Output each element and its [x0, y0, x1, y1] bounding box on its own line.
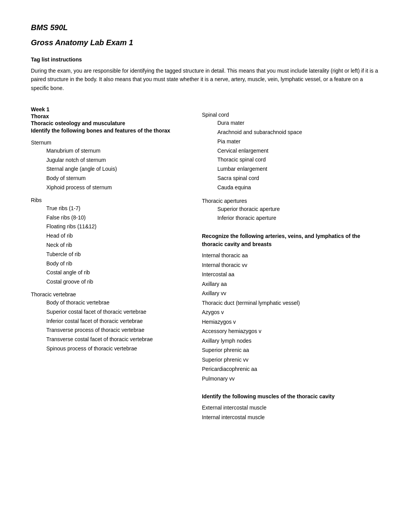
muscles-section: Identify the following muscles of the th…: [202, 393, 379, 422]
ribs-category: Ribs: [31, 197, 190, 203]
list-item: Pulmonary vv: [202, 374, 379, 384]
intro-paragraph: During the exam, you are responsible for…: [31, 66, 379, 92]
list-item: Superior thoracic aperture: [217, 205, 379, 214]
list-item: Xiphoid process of sternum: [46, 183, 190, 192]
list-item: Superior costal facet of thoracic verteb…: [46, 308, 190, 317]
list-item: Axillary aa: [202, 279, 379, 289]
list-item: Transverse costal facet of thoracic vert…: [46, 335, 190, 344]
osteology-label: Thoracic osteology and musculature: [31, 120, 190, 126]
list-item: Arachnoid and subarachnoid space: [217, 128, 379, 137]
list-item: Internal thoracic aa: [202, 251, 379, 260]
list-item: Sternal angle (angle of Louis): [46, 165, 190, 174]
week-label: Week 1: [31, 106, 190, 112]
muscles-header: Identify the following muscles of the th…: [202, 393, 379, 401]
list-item: Thoracic duct (terminal lymphatic vessel…: [202, 298, 379, 308]
list-item: Body of sternum: [46, 174, 190, 183]
list-item: Jugular notch of sternum: [46, 156, 190, 165]
list-item: Azygos v: [202, 308, 379, 317]
list-item: True ribs (1-7): [46, 204, 190, 213]
list-item: Tubercle of rib: [46, 250, 190, 259]
list-item: Body of rib: [46, 259, 190, 269]
arteries-section: Recognize the following arteries, veins,…: [202, 232, 379, 383]
list-item: Internal intercostal muscle: [202, 413, 379, 422]
spinal-cord-list: Dura mater Arachnoid and subarachnoid sp…: [202, 119, 379, 192]
spinal-cord-category: Spinal cord: [202, 112, 379, 118]
list-item: Floating ribs (11&12): [46, 222, 190, 231]
list-item: Pia mater: [217, 137, 379, 146]
course-title: BMS 590L: [31, 23, 379, 32]
arteries-header: Recognize the following arteries, veins,…: [202, 232, 379, 248]
two-column-layout: Week 1 Thorax Thoracic osteology and mus…: [31, 106, 379, 424]
list-item: Superior phrenic aa: [202, 345, 379, 355]
sternum-list: Manubrium of sternum Jugular notch of st…: [31, 146, 190, 192]
list-item: Intercostal aa: [202, 270, 379, 279]
list-item: Axillary lymph nodes: [202, 336, 379, 346]
vertebrae-list: Body of thoracic vertebrae Superior cost…: [31, 298, 190, 354]
tag-instructions-header: Tag list instructions: [31, 56, 379, 63]
list-item: Inferior thoracic aperture: [217, 214, 379, 223]
list-item: Body of thoracic vertebrae: [46, 298, 190, 308]
list-item: Cervical enlargement: [217, 146, 379, 156]
list-item: Pericardiacophrenic aa: [202, 364, 379, 374]
list-item: Head of rib: [46, 231, 190, 241]
list-item: Internal thoracic vv: [202, 260, 379, 270]
arteries-list: Internal thoracic aa Internal thoracic v…: [202, 251, 379, 383]
list-item: Costal groove of rib: [46, 277, 190, 287]
list-item: Hemiazygos v: [202, 317, 379, 327]
exam-title: Gross Anatomy Lab Exam 1: [31, 38, 379, 47]
list-item: False ribs (8-10): [46, 213, 190, 223]
list-item: Spinous process of thoracic vertebrae: [46, 344, 190, 354]
list-item: Sacra spinal cord: [217, 174, 379, 183]
list-item: Cauda equina: [217, 183, 379, 192]
list-item: Manubrium of sternum: [46, 146, 190, 156]
thoracic-apertures-category: Thoracic apertures: [202, 198, 379, 204]
list-item: Neck of rib: [46, 241, 190, 250]
sternum-category: Sternum: [31, 139, 190, 146]
list-item: Superior phrenic vv: [202, 355, 379, 365]
identify-label: Identify the following bones and feature…: [31, 127, 190, 135]
list-item: Accessory hemiazygos v: [202, 326, 379, 336]
list-item: Thoracic spinal cord: [217, 155, 379, 165]
page: BMS 590L Gross Anatomy Lab Exam 1 Tag li…: [0, 0, 410, 447]
list-item: External intercostal muscle: [202, 403, 379, 413]
list-item: Transverse process of thoracic vertebrae: [46, 326, 190, 335]
list-item: Axillary vv: [202, 289, 379, 298]
thoracic-apertures-list: Superior thoracic aperture Inferior thor…: [202, 205, 379, 223]
list-item: Lumbar enlargement: [217, 165, 379, 174]
left-column: Week 1 Thorax Thoracic osteology and mus…: [31, 106, 198, 424]
list-item: Costal angle of rib: [46, 268, 190, 277]
list-item: Inferior costal facet of thoracic verteb…: [46, 317, 190, 326]
list-item: Dura mater: [217, 119, 379, 128]
ribs-list: True ribs (1-7) False ribs (8-10) Floati…: [31, 204, 190, 287]
muscles-list: External intercostal muscle Internal int…: [202, 403, 379, 422]
right-column: Spinal cord Dura mater Arachnoid and sub…: [198, 106, 379, 424]
vertebrae-category: Thoracic vertebrae: [31, 291, 190, 297]
thorax-label: Thorax: [31, 113, 190, 119]
